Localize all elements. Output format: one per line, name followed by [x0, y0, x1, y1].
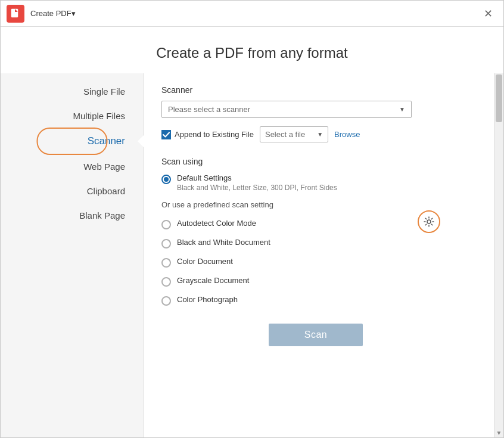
bw-document-option[interactable]: Black and White Document [161, 238, 470, 248]
sidebar-item-clipboard[interactable]: Clipboard [1, 179, 143, 203]
content-area: Single File Multiple Files Scanner Web P… [1, 73, 503, 437]
close-button[interactable]: ✕ [479, 6, 497, 21]
sidebar-item-web-page[interactable]: Web Page [1, 154, 143, 179]
color-document-label: Color Document [177, 257, 233, 266]
sidebar-item-scanner[interactable]: Scanner [1, 128, 143, 154]
sidebar: Single File Multiple Files Scanner Web P… [1, 73, 144, 437]
scrollbar-down-arrow[interactable]: ▼ [494, 428, 503, 437]
default-settings-text: Default Settings Black and White, Letter… [177, 173, 337, 192]
scanner-dropdown[interactable]: Please select a scanner ▼ [161, 101, 412, 118]
file-dropdown[interactable]: Select a file ▼ [260, 126, 328, 142]
color-photograph-radio[interactable] [161, 296, 171, 306]
grayscale-document-radio[interactable] [161, 277, 171, 287]
app-icon [7, 5, 24, 23]
scanner-dropdown-arrow: ▼ [399, 106, 405, 113]
sidebar-item-multiple-files[interactable]: Multiple Files [1, 104, 143, 128]
append-checkbox-wrapper[interactable]: Append to Existing File [161, 130, 254, 139]
append-label: Append to Existing File [175, 130, 254, 139]
color-photograph-label: Color Photograph [177, 295, 238, 304]
file-dropdown-arrow: ▼ [317, 131, 323, 138]
default-settings-option[interactable]: Default Settings Black and White, Letter… [161, 173, 470, 192]
autodetect-label: Autodetect Color Mode [177, 219, 256, 228]
append-checkbox[interactable] [161, 130, 171, 139]
titlebar: Create PDF▾ ✕ [1, 1, 503, 27]
scrollbar-thumb[interactable] [496, 74, 502, 122]
scan-using-section: Scan using Default Settings Black and Wh… [161, 157, 470, 192]
scan-button[interactable]: Scan [269, 324, 363, 346]
color-photograph-option[interactable]: Color Photograph [161, 295, 470, 306]
scanner-dropdown-value: Please select a scanner [168, 105, 250, 114]
main-panel: Scanner Please select a scanner ▼ App [144, 73, 494, 437]
page-heading: Create a PDF from any format [1, 27, 503, 73]
autodetect-radio[interactable] [161, 220, 171, 229]
file-dropdown-value: Select a file [265, 130, 305, 139]
default-settings-desc: Black and White, Letter Size, 300 DPI, F… [177, 184, 337, 192]
color-document-option[interactable]: Color Document [161, 257, 470, 268]
main-content: Create a PDF from any format Single File… [1, 27, 503, 437]
gear-icon[interactable] [418, 210, 440, 233]
scrollbar[interactable]: ▲ ▼ [494, 73, 503, 437]
main-window: Create PDF▾ ✕ Create a PDF from any form… [0, 0, 504, 438]
bw-document-label: Black and White Document [177, 238, 270, 247]
grayscale-document-option[interactable]: Grayscale Document [161, 276, 470, 287]
sidebar-item-blank-page[interactable]: Blank Page [1, 203, 143, 228]
sidebar-item-single-file[interactable]: Single File [1, 79, 143, 104]
bw-document-radio[interactable] [161, 239, 171, 248]
scanner-section-label: Scanner [161, 85, 470, 95]
default-settings-radio[interactable] [161, 175, 171, 184]
append-row: Append to Existing File Select a file ▼ … [161, 126, 470, 142]
default-settings-label: Default Settings [177, 173, 337, 182]
color-document-radio[interactable] [161, 258, 171, 268]
window-title: Create PDF▾ [30, 9, 479, 18]
svg-rect-0 [11, 9, 18, 17]
predefined-label: Or use a predefined scan setting [161, 200, 470, 209]
grayscale-document-label: Grayscale Document [177, 276, 249, 285]
scan-using-label: Scan using [161, 157, 470, 166]
browse-link[interactable]: Browse [334, 130, 360, 139]
svg-point-2 [427, 220, 431, 223]
